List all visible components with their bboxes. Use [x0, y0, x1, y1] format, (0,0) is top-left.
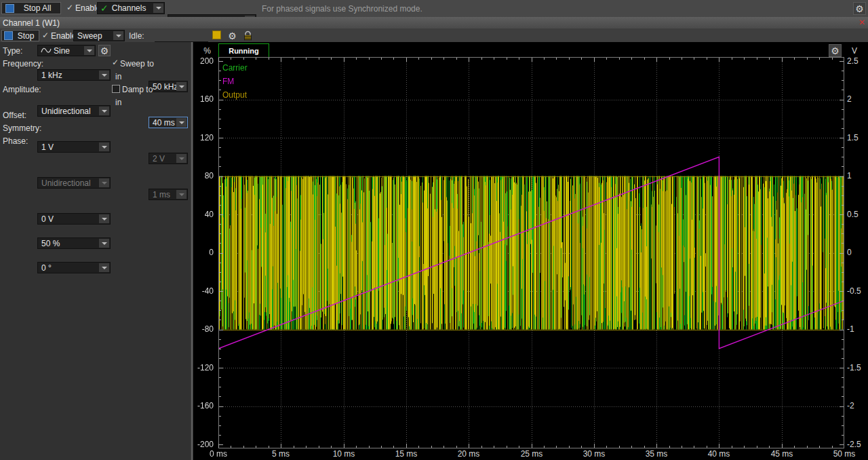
channel-titlebar[interactable]: Channel 1 (W1) ✕ — [0, 17, 868, 29]
y-tick-right: -1 — [847, 324, 854, 334]
damp-to-dropdown[interactable]: 2 V — [149, 153, 188, 164]
offset-dropdown[interactable]: 0 V — [37, 213, 111, 225]
amplitude-sweep-mode-dropdown[interactable]: Unidirectional — [37, 177, 111, 189]
sweep-to-check-icon[interactable]: ✓ — [112, 58, 119, 67]
chevron-down-icon — [99, 214, 109, 223]
x-tick: 30 ms — [577, 449, 611, 459]
sweep-to-label[interactable]: Sweep to — [120, 59, 154, 69]
amplitude-dropdown[interactable]: 1 V — [37, 141, 111, 153]
symmetry-dropdown[interactable]: 50 % — [37, 237, 111, 249]
type-dropdown[interactable]: Sine — [37, 45, 96, 56]
channel-enable-check-icon[interactable]: ✓ — [42, 31, 49, 40]
y-tick-left: 0 — [193, 248, 214, 257]
in-label: in — [115, 98, 121, 107]
channel-color-swatch[interactable] — [212, 31, 221, 39]
x-tick: 0 ms — [201, 449, 235, 459]
legend-output[interactable]: Output — [222, 90, 247, 100]
chevron-down-icon — [84, 46, 94, 55]
run-mode-dropdown[interactable]: Sweep — [73, 30, 125, 41]
y-tick-right: -2.5 — [847, 440, 861, 449]
stop-button[interactable]: Stop — [1, 30, 39, 41]
chevron-down-icon — [176, 154, 186, 163]
y-tick-right: 2 — [847, 94, 852, 104]
y-tick-left: -120 — [193, 363, 214, 372]
master-toolbar: Stop All ✓ Enable ✓ Channels No synchron… — [0, 0, 868, 18]
chevron-down-icon — [153, 3, 163, 13]
y-tick-left: 80 — [193, 171, 214, 180]
x-tick: 15 ms — [389, 449, 423, 459]
gear-icon: ⚙ — [855, 4, 864, 14]
x-tick: 35 ms — [639, 449, 673, 459]
idle-label: Idle: — [129, 31, 144, 41]
chevron-down-icon — [99, 142, 109, 151]
phase-label: Phase: — [3, 136, 28, 146]
type-label: Type: — [3, 46, 22, 56]
y-tick-right: 0.5 — [847, 210, 859, 219]
waveform-canvas[interactable] — [218, 57, 844, 448]
damp-to-label[interactable]: Damp to — [122, 85, 153, 94]
stop-label: Stop — [13, 31, 39, 41]
stop-all-label: Stop All — [14, 3, 60, 13]
y-tick-left: 160 — [193, 94, 214, 104]
in-label: in — [115, 72, 121, 81]
symmetry-label: Symmetry: — [3, 123, 41, 133]
status-text: Running — [229, 47, 259, 55]
y-tick-right: -2 — [847, 401, 854, 410]
lock-icon[interactable] — [243, 31, 253, 41]
channel-settings-button[interactable]: ⚙ — [226, 30, 238, 41]
chevron-down-icon — [176, 118, 186, 127]
frequency-sweep-mode-dropdown[interactable]: Unidirectional — [37, 105, 111, 117]
sine-icon — [41, 47, 52, 54]
y-tick-left: -80 — [193, 324, 214, 334]
plot-settings-button[interactable]: ⚙ — [829, 44, 842, 57]
channel-enable-label[interactable]: Enable — [51, 31, 76, 41]
phase-dropdown[interactable]: 0 ° — [37, 262, 111, 273]
gear-icon: ⚙ — [228, 31, 237, 41]
y-tick-right: 1 — [847, 171, 852, 180]
amplitude-label: Amplitude: — [3, 85, 41, 94]
type-settings-button[interactable]: ⚙ — [98, 45, 111, 56]
y-tick-left: -40 — [193, 286, 214, 296]
y-tick-left: -160 — [193, 401, 214, 410]
y-tick-right: 1.5 — [847, 133, 859, 142]
damp-time-input[interactable]: 1 ms — [149, 189, 188, 200]
y-tick-right: -0.5 — [847, 286, 861, 296]
wavegen-settings-panel: Type: Sine ⚙ Frequency: 1 kHz ✓ Sweep to… — [0, 42, 191, 460]
chevron-down-icon — [99, 239, 109, 248]
sync-hint-text: For phased signals use Synchronized mode… — [262, 4, 422, 14]
channels-dropdown[interactable]: ✓ Channels — [97, 2, 165, 14]
x-tick: 45 ms — [765, 449, 799, 459]
x-tick: 20 ms — [452, 449, 486, 459]
status-badge: Running — [218, 43, 269, 58]
legend-carrier[interactable]: Carrier — [222, 63, 248, 73]
y-tick-left: 40 — [193, 210, 214, 219]
damp-to-checkbox[interactable] — [112, 85, 120, 93]
y-tick-left: 200 — [193, 56, 214, 66]
scope-plot-panel: % Running ⚙ V Carrier FM Output 200 160 … — [193, 42, 868, 460]
offset-label: Offset: — [3, 111, 26, 120]
sweep-to-dropdown[interactable]: 50 kHz — [149, 81, 188, 92]
close-icon[interactable]: ✕ — [859, 18, 865, 27]
frequency-label: Frequency: — [3, 59, 43, 69]
y-tick-right: -1.5 — [847, 363, 861, 372]
frequency-dropdown[interactable]: 1 kHz — [37, 69, 111, 81]
channel-toolbar: Stop ✓ Enable Sweep Idle: Offset ⚙ — [0, 28, 868, 43]
stop-all-button[interactable]: Stop All — [1, 2, 61, 14]
y-tick-right: 0 — [847, 248, 852, 257]
chevron-down-icon — [176, 82, 186, 91]
channel-title: Channel 1 (W1) — [3, 18, 60, 28]
left-axis-unit: % — [193, 46, 211, 56]
master-enable-check-icon[interactable]: ✓ — [66, 3, 73, 12]
gear-icon: ⚙ — [100, 46, 109, 56]
legend-fm[interactable]: FM — [222, 77, 234, 86]
x-tick: 50 ms — [827, 449, 861, 459]
y-tick-right: 2.5 — [847, 56, 859, 66]
sweep-time-input[interactable]: 40 ms — [149, 117, 188, 128]
chevron-down-icon — [99, 263, 109, 272]
y-tick-left: 120 — [193, 133, 214, 142]
app-settings-button[interactable]: ⚙ — [853, 2, 866, 15]
chevron-down-icon — [99, 107, 109, 115]
chevron-down-icon — [113, 31, 123, 40]
gear-icon: ⚙ — [831, 46, 840, 56]
stop-icon — [5, 4, 14, 13]
